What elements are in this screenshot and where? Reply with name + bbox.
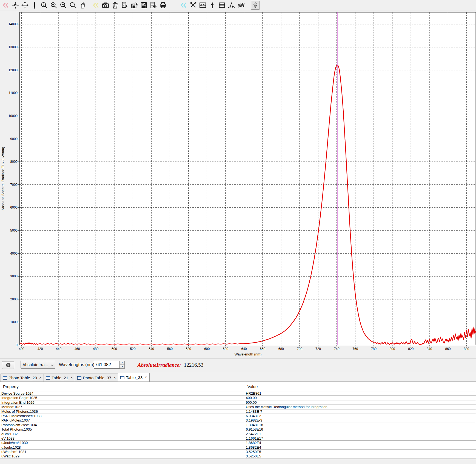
svg-text:0: 0 bbox=[16, 343, 18, 347]
irradiance-readout: AbsoluteIrradiance: 12216.53 bbox=[138, 362, 203, 368]
property-cell: uJoule/cm²:1030 bbox=[0, 441, 245, 445]
value-cell: 900.00 bbox=[245, 400, 257, 405]
column-header-value: Value bbox=[245, 384, 258, 389]
hammer-wrench-icon[interactable] bbox=[189, 1, 197, 9]
property-cell: PAR uMoles:1037 bbox=[0, 418, 245, 422]
property-cell: uWatt:1029 bbox=[0, 454, 245, 458]
marker-ball-icon bbox=[6, 363, 11, 368]
table-row: Method:1027Uses the classic Rectangular … bbox=[0, 405, 476, 409]
move-arrows-icon[interactable] bbox=[21, 1, 29, 9]
svg-text:760: 760 bbox=[352, 347, 358, 351]
save-export-icon[interactable] bbox=[130, 1, 138, 9]
table-window-icon bbox=[46, 376, 50, 380]
svg-text:880: 880 bbox=[464, 347, 469, 351]
value-cell: 2.5472E1 bbox=[245, 432, 261, 436]
table-row: Moles of Photons:10361.1483E-7 bbox=[0, 409, 476, 414]
table-row: eV:10331.1661E17 bbox=[0, 436, 476, 441]
value-cell: 6.9153E16 bbox=[245, 427, 263, 431]
table-row: uWatt/cm²:10313.5250E5 bbox=[0, 450, 476, 454]
tab-bar: Photo Table_20×Table_21×Photo Table_37×T… bbox=[0, 372, 476, 382]
control-bar: AbsoluteIrra... Wavelengths (nm) ▲ ▼ Abs… bbox=[0, 358, 476, 372]
document-tools-icon[interactable] bbox=[149, 1, 158, 9]
property-cell: Method:1027 bbox=[0, 405, 245, 409]
svg-text:3000: 3000 bbox=[10, 274, 18, 278]
up-arrow-icon[interactable] bbox=[208, 1, 216, 9]
svg-text:2: 2 bbox=[43, 3, 44, 6]
vertical-arrow-icon[interactable] bbox=[30, 1, 39, 9]
value-cell: HR2B861 bbox=[245, 391, 261, 395]
table-row: Photons/cm²/sec:10341.3048E18 bbox=[0, 423, 476, 427]
spinner-down-button[interactable]: ▼ bbox=[120, 365, 125, 369]
svg-text:660: 660 bbox=[260, 347, 265, 351]
graph-box-icon[interactable] bbox=[199, 1, 207, 9]
marker-toggle-button[interactable] bbox=[2, 361, 14, 369]
close-icon[interactable]: × bbox=[70, 376, 73, 380]
value-cell: 1.1661E17 bbox=[245, 436, 263, 440]
y-axis-title: Absolute Spectral Radiant Flux (µW/nm) bbox=[1, 147, 5, 210]
column-divider bbox=[245, 382, 245, 459]
svg-text:820: 820 bbox=[408, 347, 414, 351]
svg-text:860: 860 bbox=[445, 347, 451, 351]
magnifier-icon[interactable] bbox=[69, 1, 77, 9]
value-cell: 1.8682E4 bbox=[245, 445, 261, 449]
center-target-icon[interactable] bbox=[11, 1, 19, 9]
value-cell: 1.3048E18 bbox=[245, 423, 263, 427]
overlay-spectra-icon[interactable] bbox=[237, 1, 245, 9]
hand-icon[interactable] bbox=[78, 1, 87, 9]
zoom-in-icon[interactable] bbox=[50, 1, 58, 9]
chevron-down-icon bbox=[51, 362, 53, 367]
table-row: Total Photons:10356.9153E16 bbox=[0, 427, 476, 432]
zoom-out-icon[interactable] bbox=[59, 1, 67, 9]
table-header: Property Value bbox=[0, 382, 476, 391]
save-spectrum-icon[interactable] bbox=[140, 1, 148, 9]
svg-text:700: 700 bbox=[297, 347, 302, 351]
svg-text:420: 420 bbox=[37, 347, 43, 351]
property-cell: Integration Begin:1025 bbox=[0, 396, 245, 400]
svg-text:580: 580 bbox=[186, 347, 191, 351]
toolbar: 2 bbox=[0, 0, 476, 10]
table-window-icon bbox=[120, 376, 124, 379]
tab-label: Photo Table_37 bbox=[83, 375, 111, 380]
copy-page-icon[interactable] bbox=[121, 1, 129, 9]
svg-text:500: 500 bbox=[112, 347, 117, 351]
footer-strip bbox=[0, 459, 476, 464]
tab-photo-table-20[interactable]: Photo Table_20× bbox=[1, 374, 44, 382]
close-icon[interactable]: × bbox=[113, 376, 116, 380]
x-axis-title: Wavelength (nm) bbox=[235, 352, 262, 356]
svg-text:5000: 5000 bbox=[10, 229, 18, 232]
spinner-up-button[interactable]: ▲ bbox=[120, 361, 125, 365]
property-cell: eV:1033 bbox=[0, 436, 245, 440]
table-row: uJoule/cm²:10301.8682E4 bbox=[0, 441, 476, 445]
wavelength-input[interactable] bbox=[94, 361, 120, 369]
camera-icon[interactable] bbox=[101, 1, 110, 9]
spectrum-peak-icon[interactable] bbox=[227, 1, 236, 9]
svg-text:440: 440 bbox=[56, 347, 61, 351]
property-cell: Moles of Photons:1036 bbox=[0, 409, 245, 414]
table-icon[interactable] bbox=[218, 1, 226, 9]
tab-photo-table-37[interactable]: Photo Table_37× bbox=[75, 374, 118, 382]
table-window-icon bbox=[3, 376, 7, 380]
svg-text:720: 720 bbox=[315, 347, 321, 351]
spectrum-plot[interactable]: 4004204404604805005205405605806006206406… bbox=[0, 10, 476, 358]
back-chevrons-cyan-icon[interactable] bbox=[179, 1, 188, 9]
svg-text:14000: 14000 bbox=[8, 22, 18, 26]
tab-table-38[interactable]: Table_38× bbox=[118, 373, 149, 382]
zoom-region-icon[interactable]: 2 bbox=[40, 1, 48, 9]
svg-text:680: 680 bbox=[278, 347, 284, 351]
spectrum-chart[interactable]: 4004204404604805005205405605806006206406… bbox=[0, 10, 476, 358]
printer-icon[interactable] bbox=[159, 1, 167, 9]
series-dropdown[interactable]: AbsoluteIrra... bbox=[21, 361, 55, 369]
wavelength-spinner: ▲ ▼ bbox=[120, 361, 125, 369]
tab-table-21[interactable]: Table_21× bbox=[44, 374, 75, 382]
close-icon[interactable]: × bbox=[145, 375, 147, 379]
value-cell: 400.00 bbox=[245, 396, 257, 400]
trash-icon[interactable] bbox=[111, 1, 119, 9]
lamp-icon[interactable] bbox=[251, 1, 260, 10]
svg-text:11000: 11000 bbox=[9, 91, 18, 95]
close-icon[interactable]: × bbox=[39, 376, 41, 380]
svg-text:2000: 2000 bbox=[10, 297, 18, 301]
table-row: PAR uMoles/m²/sec:10386.0343E2 bbox=[0, 414, 476, 418]
back-chevrons-pink-icon[interactable] bbox=[2, 1, 10, 9]
back-chevrons-yellow-icon[interactable] bbox=[92, 1, 100, 9]
table-row: Integration Begin:1025400.00 bbox=[0, 396, 476, 400]
